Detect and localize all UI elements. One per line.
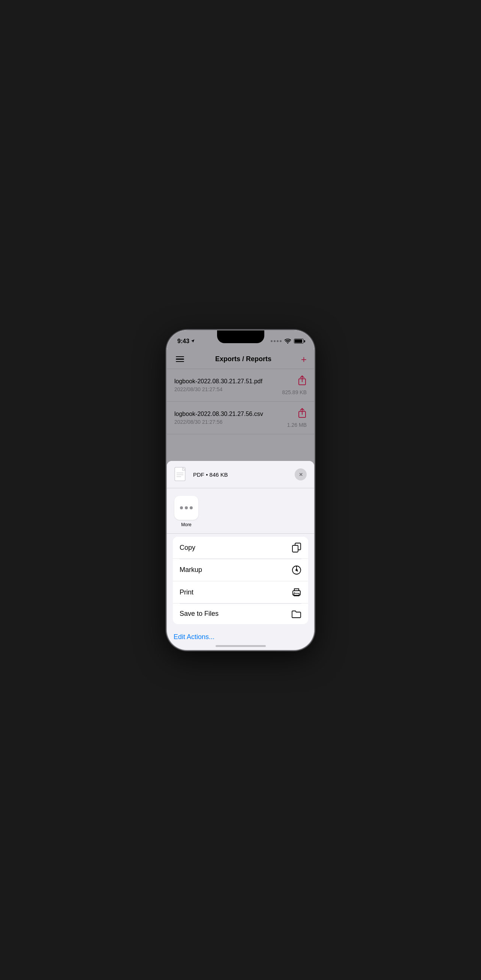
more-icon-button (174, 496, 198, 520)
copy-icon (292, 543, 302, 552)
action-list: Copy Markup (173, 537, 308, 624)
more-label: More (181, 522, 191, 527)
bottom-sheet-overlay: PDF • 846 KB ✕ More (167, 331, 314, 650)
share-close-button[interactable]: ✕ (295, 468, 307, 480)
phone-screen: 9:43 (167, 331, 314, 650)
markup-action[interactable]: Markup (173, 559, 308, 581)
svg-rect-12 (294, 593, 299, 596)
print-action[interactable]: Print (173, 581, 308, 603)
markup-label: Markup (179, 566, 202, 574)
print-icon (292, 587, 302, 597)
app-icons-row: More (167, 488, 314, 534)
save-to-files-label: Save to Files (179, 610, 219, 618)
more-dots-icon (180, 506, 193, 509)
svg-rect-7 (292, 545, 298, 552)
edit-actions-button[interactable]: Edit Actions... (174, 633, 214, 641)
notch (217, 331, 264, 343)
share-header: PDF • 846 KB ✕ (167, 461, 314, 488)
more-icon-item[interactable]: More (174, 496, 198, 527)
phone-shell: 9:43 (167, 331, 314, 650)
copy-action[interactable]: Copy (173, 537, 308, 559)
file-document-icon (174, 467, 188, 482)
folder-icon (292, 610, 302, 618)
share-file-info: PDF • 846 KB (193, 471, 295, 478)
svg-point-13 (294, 592, 295, 593)
save-to-files-action[interactable]: Save to Files (173, 604, 308, 624)
copy-label: Copy (179, 544, 195, 552)
print-label: Print (179, 589, 194, 596)
bottom-sheet: PDF • 846 KB ✕ More (167, 461, 314, 650)
home-indicator (216, 645, 266, 647)
markup-icon (292, 565, 302, 575)
svg-rect-2 (175, 467, 185, 481)
